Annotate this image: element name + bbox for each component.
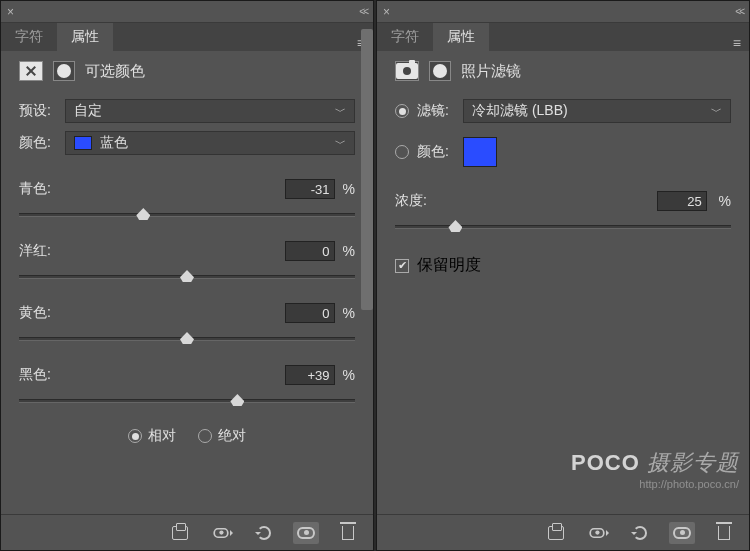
watermark-url: http://photo.poco.cn/ [571,478,739,490]
slider-label: 洋红: [19,242,51,260]
chevron-down-icon: ﹀ [711,104,722,119]
unit: % [343,305,355,321]
watermark: POCO 摄影专题 http://photo.poco.cn/ [571,448,739,490]
checkbox-checked-icon[interactable]: ✔ [395,259,409,273]
close-icon[interactable]: × [7,5,14,19]
filter-value: 冷却滤镜 (LBB) [472,102,568,120]
unit: % [719,193,731,209]
adjustment-title: 照片滤镜 [461,62,521,81]
slider-thumb[interactable] [230,394,244,406]
slider-2: 黄色:0% [19,303,355,341]
delete-icon[interactable] [335,522,361,544]
filter-select[interactable]: 冷却滤镜 (LBB) ﹀ [463,99,731,123]
toggle-visibility-icon[interactable] [669,522,695,544]
color-value: 蓝色 [100,134,128,152]
tab-character[interactable]: 字符 [1,23,57,51]
chevron-down-icon: ﹀ [335,104,346,119]
color-label: 颜色: [417,143,455,161]
radio-absolute[interactable]: 绝对 [198,427,246,445]
photo-filter-icon [395,61,419,81]
density-label: 浓度: [395,192,427,210]
preset-select[interactable]: 自定 ﹀ [65,99,355,123]
color-row: 颜色: 蓝色 ﹀ [19,131,355,155]
panel-titlebar: × << [377,1,749,23]
radio-absolute-label: 绝对 [218,427,246,445]
slider-thumb[interactable] [180,270,194,282]
unit: % [343,243,355,259]
filter-row: 滤镜: 冷却滤镜 (LBB) ﹀ [395,99,731,123]
color-row: 颜色: [395,137,731,167]
adjustment-title: 可选颜色 [85,62,145,81]
watermark-sub: 摄影专题 [647,450,739,475]
preserve-luminosity-row[interactable]: ✔ 保留明度 [395,255,731,276]
slider-value[interactable]: 0 [285,241,335,261]
slider-0: 青色:-31% [19,179,355,217]
toggle-visibility-icon[interactable] [293,522,319,544]
delete-icon[interactable] [711,522,737,544]
view-previous-icon[interactable] [585,522,611,544]
reset-icon[interactable] [251,522,277,544]
tab-bar: 字符 属性 ≡ [377,23,749,51]
color-label: 颜色: [19,134,57,152]
preset-label: 预设: [19,102,57,120]
panel-menu-icon[interactable]: ≡ [725,35,749,51]
close-icon[interactable]: × [383,5,390,19]
panel-footer [377,514,749,550]
slider-value[interactable]: 0 [285,303,335,323]
adjustment-header: 可选颜色 [1,51,373,91]
filter-label: 滤镜: [417,102,455,120]
unit: % [343,181,355,197]
tab-character[interactable]: 字符 [377,23,433,51]
slider-track[interactable] [19,213,355,217]
slider-label: 黄色: [19,304,51,322]
slider-track[interactable] [395,225,731,229]
mode-radio-group: 相对 绝对 [1,427,373,445]
clip-to-layer-icon[interactable] [543,522,569,544]
slider-thumb[interactable] [180,332,194,344]
slider-track[interactable] [19,275,355,279]
slider-value[interactable]: +39 [285,365,335,385]
slider-label: 青色: [19,180,51,198]
radio-on-icon [128,429,142,443]
collapse-icon[interactable]: << [359,6,367,17]
watermark-brand: POCO [571,450,640,475]
tab-properties[interactable]: 属性 [433,23,489,51]
radio-filter-icon[interactable] [395,104,409,118]
slider-track[interactable] [19,337,355,341]
layer-mask-icon[interactable] [429,61,451,81]
slider-1: 洋红:0% [19,241,355,279]
slider-thumb[interactable] [136,208,150,220]
selective-color-icon [19,61,43,81]
preserve-label: 保留明度 [417,255,481,276]
density-value[interactable]: 25 [657,191,707,211]
layer-mask-icon[interactable] [53,61,75,81]
panel-photo-filter: × << 字符 属性 ≡ 照片滤镜 滤镜: 冷却滤镜 (LBB) ﹀ 颜色: 浓… [376,0,750,551]
slider-value[interactable]: -31 [285,179,335,199]
color-select[interactable]: 蓝色 ﹀ [65,131,355,155]
clip-to-layer-icon[interactable] [167,522,193,544]
panel-scrollbar[interactable] [361,29,373,514]
radio-color-icon[interactable] [395,145,409,159]
preset-row: 预设: 自定 ﹀ [19,99,355,123]
collapse-icon[interactable]: << [735,6,743,17]
panel-titlebar: × << [1,1,373,23]
reset-icon[interactable] [627,522,653,544]
adjustment-header: 照片滤镜 [377,51,749,91]
view-previous-icon[interactable] [209,522,235,544]
color-swatch[interactable] [463,137,497,167]
slider-label: 黑色: [19,366,51,384]
chevron-down-icon: ﹀ [335,136,346,151]
panel-footer [1,514,373,550]
preset-value: 自定 [74,102,102,120]
tab-bar: 字符 属性 ≡ [1,23,373,51]
panel-selective-color: × << 字符 属性 ≡ 可选颜色 预设: 自定 ﹀ 颜色: 蓝色 ﹀ [0,0,374,551]
density-slider: 浓度: 25 % [395,191,731,229]
slider-3: 黑色:+39% [19,365,355,403]
radio-off-icon [198,429,212,443]
radio-relative[interactable]: 相对 [128,427,176,445]
slider-thumb[interactable] [448,220,462,232]
tab-properties[interactable]: 属性 [57,23,113,51]
unit: % [343,367,355,383]
slider-track[interactable] [19,399,355,403]
radio-relative-label: 相对 [148,427,176,445]
